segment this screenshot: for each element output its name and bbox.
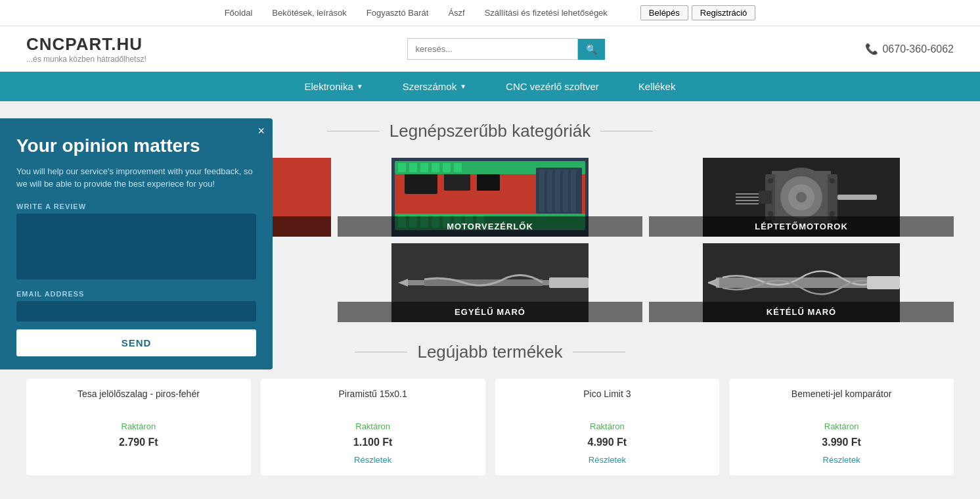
- nav-elektronika-label: Elektronika: [305, 81, 353, 92]
- top-nav: Főoldal Bekötések, leírások Fogyasztó Ba…: [0, 0, 980, 26]
- logo-subtitle: ...és munka közben hátradőlhetsz!: [26, 55, 146, 64]
- product-price-0: 2.790 Ft: [36, 437, 241, 448]
- nav-kellekek[interactable]: Kellékek: [619, 72, 696, 101]
- category-egyelumaro-label: EGYÉLŰ MARÓ: [338, 302, 642, 322]
- chevron-down-icon: ▼: [357, 83, 363, 90]
- review-textarea[interactable]: [16, 214, 256, 279]
- login-button[interactable]: Belépés: [640, 5, 688, 20]
- logo-title: CNCPART.HU: [26, 34, 146, 55]
- main-nav: Elektronika ▼ Szerszámok ▼ CNC vezérlő s…: [0, 72, 980, 101]
- chevron-down-icon: ▼: [460, 83, 466, 90]
- product-stock-0: Raktáron: [36, 421, 241, 431]
- search-area: 🔍: [407, 38, 605, 60]
- product-card-1: Piramistű 15x0.1 Raktáron 1.100 Ft Részl…: [261, 379, 485, 475]
- email-input[interactable]: [16, 301, 256, 321]
- nav-kellekek-label: Kellékek: [638, 81, 676, 92]
- svg-rect-47: [571, 170, 576, 212]
- nav-szerszamok-label: Szerszámok: [403, 81, 457, 92]
- nav-aszf[interactable]: Ászf: [448, 8, 464, 18]
- product-name-1: Piramistű 15x0.1: [271, 389, 476, 415]
- auth-buttons: Belépés Regisztráció: [640, 5, 756, 20]
- product-price-2: 4.990 Ft: [505, 437, 710, 448]
- review-modal: × Your opinion matters You will help our…: [0, 118, 273, 369]
- svg-rect-31: [443, 163, 451, 172]
- nav-fogyaszto[interactable]: Fogyasztó Barát: [367, 8, 429, 18]
- nav-cnc-szoftver[interactable]: CNC vezérlő szoftver: [486, 72, 619, 101]
- phone-number: 0670-360-6062: [882, 43, 954, 55]
- svg-rect-46: [563, 170, 568, 212]
- svg-point-54: [768, 178, 773, 183]
- search-input[interactable]: [407, 38, 578, 60]
- svg-rect-61: [837, 195, 877, 200]
- modal-title: Your opinion matters: [16, 135, 256, 157]
- logo-area: CNCPART.HU ...és munka közben hátradőlhe…: [26, 34, 146, 64]
- svg-point-56: [830, 178, 835, 183]
- nav-fooldal[interactable]: Főoldal: [225, 8, 253, 18]
- product-stock-1: Raktáron: [271, 421, 476, 431]
- header: CNCPART.HU ...és munka közben hátradőlhe…: [0, 26, 980, 72]
- product-detail-link-2[interactable]: Részletek: [589, 455, 626, 465]
- product-name-0: Tesa jelölőszalag - piros-fehér: [36, 389, 241, 415]
- category-leptetomotorok-label: LÉPTETŐMOTOROK: [649, 216, 954, 237]
- svg-rect-28: [409, 163, 417, 172]
- category-egyelumaro[interactable]: EGYÉLŰ MARÓ: [338, 243, 642, 322]
- svg-rect-44: [547, 170, 552, 212]
- products-grid: Tesa jelölőszalag - piros-fehér Raktáron…: [26, 379, 954, 475]
- phone-icon: 📞: [865, 43, 878, 55]
- register-button[interactable]: Regisztráció: [692, 5, 756, 20]
- search-icon: 🔍: [586, 44, 597, 55]
- svg-rect-30: [432, 163, 439, 172]
- category-leptetomotorok[interactable]: LÉPTETŐMOTOROK: [649, 158, 954, 237]
- nav-szallitas[interactable]: Szállítási és fizetési lehetőségek: [485, 8, 608, 18]
- search-button[interactable]: 🔍: [578, 39, 605, 60]
- svg-rect-62: [759, 191, 772, 204]
- product-name-2: Pico Limit 3: [505, 389, 710, 415]
- review-label: WRITE A REVIEW: [16, 202, 256, 210]
- nav-elektronika[interactable]: Elektronika ▼: [285, 72, 383, 101]
- product-detail-link-3[interactable]: Részletek: [823, 455, 860, 465]
- category-motorvezerlok-label: MOTORVEZÉRLŐK: [338, 216, 642, 237]
- svg-rect-45: [555, 170, 560, 212]
- svg-point-55: [768, 211, 773, 216]
- svg-point-57: [830, 211, 835, 216]
- category-motorvezerlok[interactable]: MOTORVEZÉRLŐK: [338, 158, 642, 237]
- product-price-1: 1.100 Ft: [271, 437, 476, 448]
- email-label: EMAIL ADDRESS: [16, 290, 256, 298]
- svg-rect-23: [405, 171, 437, 194]
- svg-rect-25: [477, 174, 500, 191]
- product-name-3: Bemeneti-jel komparátor: [739, 389, 944, 415]
- svg-rect-27: [398, 163, 406, 172]
- svg-rect-43: [539, 170, 545, 212]
- svg-point-60: [796, 192, 807, 202]
- product-detail-link-1[interactable]: Részletek: [354, 455, 391, 465]
- svg-rect-29: [420, 163, 428, 172]
- send-button[interactable]: SEND: [16, 329, 256, 356]
- product-stock-3: Raktáron: [739, 421, 944, 431]
- modal-close-button[interactable]: ×: [257, 125, 265, 137]
- nav-bekotesek[interactable]: Bekötések, leírások: [272, 8, 346, 18]
- svg-rect-71: [549, 277, 589, 288]
- product-price-3: 3.990 Ft: [739, 437, 944, 448]
- category-kételumaro[interactable]: KÉTÉLŰ MARÓ: [649, 243, 954, 322]
- product-card-3: Bemeneti-jel komparátor Raktáron 3.990 F…: [729, 379, 954, 475]
- phone-area: 📞 0670-360-6062: [865, 43, 954, 55]
- category-kételumaro-label: KÉTÉLŰ MARÓ: [649, 302, 954, 322]
- product-card-2: Pico Limit 3 Raktáron 4.990 Ft Részletek: [495, 379, 720, 475]
- nav-szerszamok[interactable]: Szerszámok ▼: [383, 72, 486, 101]
- product-stock-2: Raktáron: [505, 421, 710, 431]
- modal-description: You will help our service's improvement …: [16, 165, 256, 191]
- svg-rect-75: [867, 276, 900, 289]
- product-card-0: Tesa jelölőszalag - piros-fehér Raktáron…: [26, 379, 251, 475]
- svg-rect-32: [454, 163, 462, 172]
- nav-cnc-label: CNC vezérlő szoftver: [506, 81, 599, 92]
